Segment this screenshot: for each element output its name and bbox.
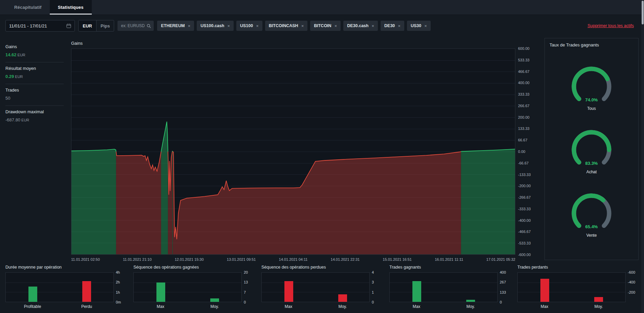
y-axis-tick: -600.00 <box>518 253 531 257</box>
bar-chart-y-axis: 4h2h1h0m <box>114 272 127 302</box>
chip-remove-icon[interactable]: × <box>188 23 191 28</box>
bar-category-label: Moy. <box>188 304 242 309</box>
y-axis-tick: 133 <box>500 290 506 294</box>
asset-chip-label: ETHEREUM <box>161 23 185 28</box>
stat-label: Trades <box>5 87 64 93</box>
chip-remove-icon[interactable]: × <box>256 23 259 28</box>
bar-chart-panel: Séquence des opérations perdues4310MaxMo… <box>261 265 383 309</box>
asset-chip[interactable]: DE30.cash× <box>343 21 378 31</box>
win-rate-gauge: 65.4%Vente <box>566 192 617 238</box>
stat-item: Drawdown maximal-687.80EUR <box>5 106 64 127</box>
asset-chip-label: DE30.cash <box>347 23 368 28</box>
win-rate-panel: Taux de Trades gagnants 74.0%Tous83.3%Ac… <box>544 38 639 260</box>
bottom-charts-row: Durée moyenne par opération4h2h1h0mProfi… <box>0 261 644 309</box>
main-content: Gains14.62EURRésultat moyen0.29EURTrades… <box>0 37 644 261</box>
x-axis-tick: 16.01.2021 11:11 <box>435 257 463 261</box>
y-axis-tick: 267 <box>500 280 506 284</box>
bar <box>412 281 421 302</box>
asset-chip[interactable]: BITCOINCASH× <box>265 21 307 31</box>
stat-value-unit: EUR <box>15 75 23 79</box>
bar-chart-y-axis: -600-400-200 <box>626 272 639 302</box>
stat-value-number: 50 <box>5 96 10 101</box>
asset-chip[interactable]: US100.cash× <box>197 21 234 31</box>
y-axis-tick: -466.67 <box>518 230 531 234</box>
y-axis-tick: 4 <box>372 270 374 274</box>
search-icon <box>147 24 151 28</box>
asset-chip-label: US30 <box>411 23 421 28</box>
chip-remove-icon[interactable]: × <box>335 23 337 28</box>
scrollbar-thumb[interactable] <box>642 1 644 24</box>
tab-statistiques[interactable]: Statistiques <box>50 0 92 15</box>
bar-category-label: Moy. <box>444 304 498 309</box>
stat-value: 14.62EUR <box>5 52 64 57</box>
bar-chart-x-axis: MaxMoy. <box>261 304 370 309</box>
x-axis-tick: 15.01.2021 16:51 <box>383 257 412 261</box>
bar-category-label: Moy. <box>572 304 626 309</box>
stat-label: Gains <box>5 44 64 49</box>
gauge-value <box>574 132 609 162</box>
asset-chip[interactable]: US30× <box>407 21 431 31</box>
equity-area-negative <box>173 152 461 254</box>
stat-item: Gains14.62EUR <box>5 41 64 62</box>
gridline <box>390 292 497 292</box>
bar <box>594 297 603 302</box>
gridline <box>262 292 369 292</box>
y-axis-tick: -200 <box>628 290 635 294</box>
y-axis-tick: 4h <box>116 270 120 274</box>
date-range-input[interactable]: 11/01/21 - 17/01/21 <box>5 20 75 32</box>
asset-chip-label: DE30 <box>384 23 395 28</box>
bar-chart-title: Séquence des opérations gagnées <box>133 265 255 270</box>
bar-chart-plot <box>5 272 114 302</box>
y-axis-tick: 1h <box>116 290 120 294</box>
gridline <box>518 292 625 292</box>
asset-chip[interactable]: ETHEREUM× <box>157 21 194 31</box>
equity-area-negative <box>116 152 161 254</box>
tab-recapitulatif[interactable]: Récapitulatif <box>6 0 50 15</box>
pips-button[interactable]: Pips <box>96 20 114 31</box>
stat-value: 50 <box>5 96 64 101</box>
y-axis-tick: 333.33 <box>518 92 530 96</box>
chip-remove-icon[interactable]: × <box>424 23 427 28</box>
bar-chart-x-axis: ProfitablePerdu <box>5 304 114 309</box>
bar-category-label: Profitable <box>5 304 60 309</box>
y-axis-tick: 400 <box>500 270 506 274</box>
remove-all-assets-link[interactable]: Supprimer tous les actifs <box>587 23 634 28</box>
x-axis-tick: 14.01.2021 22:31 <box>331 257 360 261</box>
y-axis-tick: 0.00 <box>518 150 525 154</box>
bar <box>466 300 475 302</box>
asset-chip-label: US100 <box>240 23 253 28</box>
bar <box>540 279 549 302</box>
chip-remove-icon[interactable]: × <box>227 23 230 28</box>
filter-bar: 11/01/21 - 17/01/21 EUR Pips ETHEREUM×US… <box>0 15 644 37</box>
chip-remove-icon[interactable]: × <box>301 23 304 28</box>
bar-chart-panel: Durée moyenne par opération4h2h1h0mProfi… <box>5 265 127 309</box>
stat-label: Résultat moyen <box>5 66 64 71</box>
eur-button[interactable]: EUR <box>79 20 96 31</box>
gauge-value <box>574 196 603 226</box>
stat-value-unit: EUR <box>21 118 29 122</box>
bar-category-label: Max <box>261 304 316 309</box>
bar <box>156 282 165 302</box>
bar-category-label: Moy. <box>316 304 370 309</box>
chip-remove-icon[interactable]: × <box>398 23 401 28</box>
symbol-search[interactable] <box>117 21 154 31</box>
gauge-label: Achat <box>586 170 597 174</box>
stat-value: 0.29EUR <box>5 74 64 79</box>
y-axis-tick: 0m <box>116 300 121 304</box>
asset-chip-label: US100.cash <box>200 23 224 28</box>
gauge-label: Vente <box>586 233 597 238</box>
gridline <box>134 282 241 283</box>
bar-chart-plot <box>133 272 242 302</box>
y-axis-tick: 600.00 <box>518 46 530 51</box>
asset-chip[interactable]: US100× <box>236 21 262 31</box>
asset-chip-label: BITCOIN <box>314 23 331 28</box>
equity-title: Gains <box>71 41 534 46</box>
y-axis-tick: 13 <box>244 280 248 284</box>
symbol-search-input[interactable] <box>120 23 145 28</box>
chip-remove-icon[interactable]: × <box>371 23 374 28</box>
asset-chip[interactable]: DE30× <box>381 21 404 31</box>
y-axis-tick: 20 <box>244 270 248 274</box>
scrollbar-track[interactable] <box>641 0 644 313</box>
asset-chip[interactable]: BITCOIN× <box>310 21 341 31</box>
y-axis-tick: -266.67 <box>518 195 531 199</box>
